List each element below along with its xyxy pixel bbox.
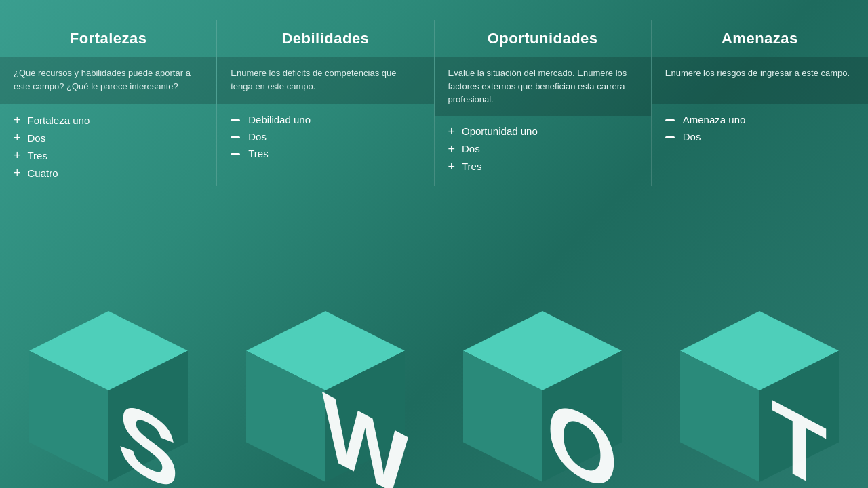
swot-cube-wrapper-oportunidades: O: [434, 305, 651, 488]
plus-icon: +: [448, 125, 456, 138]
list-item-label: Dos: [462, 143, 480, 155]
swot-visual: SWOT: [0, 278, 868, 488]
col-header-fortalezas: Fortalezas: [0, 20, 216, 57]
swot-cube-wrapper-amenazas: T: [651, 305, 868, 488]
list-item-label: Tres: [462, 161, 481, 172]
plus-icon: +: [14, 149, 21, 161]
col-header-debilidades: Debilidades: [217, 20, 433, 57]
minus-icon: [231, 136, 240, 138]
plus-icon: +: [448, 143, 456, 155]
list-item: +Dos: [14, 131, 203, 144]
col-items-amenazas: Amenaza unoDos: [652, 104, 868, 149]
list-item-label: Oportunidad uno: [462, 125, 538, 137]
col-header-oportunidades: Oportunidades: [435, 20, 651, 57]
minus-icon: [665, 136, 675, 138]
page-wrapper: Fortalezas¿Qué recursos y habilidades pu…: [0, 0, 868, 488]
col-desc-fortalezas: ¿Qué recursos y habilidades puede aporta…: [0, 57, 216, 104]
column-oportunidades: OportunidadesEvalúe la situación del mer…: [435, 20, 652, 186]
list-item: +Fortaleza uno: [14, 114, 203, 126]
swot-cube-debilidades: W: [227, 305, 424, 488]
list-item-label: Dos: [28, 132, 46, 144]
list-item-label: Tres: [248, 148, 268, 159]
list-item: Debilidad uno: [231, 114, 420, 125]
col-items-oportunidades: +Oportunidad uno+Dos+Tres: [435, 116, 651, 180]
col-desc-debilidades: Enumere los déficits de competencias que…: [217, 57, 433, 104]
list-item-label: Cuatro: [28, 167, 58, 179]
list-item: +Dos: [448, 143, 637, 155]
col-title-debilidades: Debilidades: [231, 30, 420, 47]
swot-cube-fortalezas: S: [10, 305, 207, 488]
col-items-debilidades: Debilidad unoDosTres: [217, 104, 433, 166]
plus-icon: +: [14, 131, 21, 144]
col-desc-oportunidades: Evalúe la situación del mercado. Enumere…: [435, 57, 651, 116]
list-item: +Tres: [14, 149, 203, 161]
col-desc-text-amenazas: Enumere los riesgos de ingresar a este c…: [665, 66, 854, 80]
plus-icon: +: [14, 167, 21, 179]
col-desc-text-debilidades: Enumere los déficits de competencias que…: [231, 66, 420, 93]
list-item-label: Amenaza uno: [683, 114, 746, 125]
list-item-label: Fortaleza uno: [28, 115, 90, 126]
list-item: +Tres: [448, 161, 637, 173]
list-item: Dos: [665, 131, 854, 142]
list-item-label: Debilidad uno: [248, 114, 311, 125]
plus-icon: +: [448, 161, 456, 173]
col-items-fortalezas: +Fortaleza uno+Dos+Tres+Cuatro: [0, 104, 216, 186]
swot-cube-wrapper-fortalezas: S: [0, 305, 217, 488]
swot-cube-oportunidades: O: [444, 305, 641, 488]
header: [0, 0, 868, 20]
list-item: Dos: [231, 131, 420, 142]
top-section: Fortalezas¿Qué recursos y habilidades pu…: [0, 20, 868, 186]
col-title-oportunidades: Oportunidades: [448, 30, 637, 47]
swot-cube-amenazas: T: [661, 305, 858, 488]
column-fortalezas: Fortalezas¿Qué recursos y habilidades pu…: [0, 20, 217, 186]
minus-icon: [231, 153, 240, 155]
col-desc-amenazas: Enumere los riesgos de ingresar a este c…: [652, 57, 868, 104]
list-item-label: Dos: [248, 131, 267, 142]
swot-cube-wrapper-debilidades: W: [217, 305, 434, 488]
col-desc-text-oportunidades: Evalúe la situación del mercado. Enumere…: [448, 66, 637, 106]
column-amenazas: AmenazasEnumere los riesgos de ingresar …: [652, 20, 868, 186]
col-header-amenazas: Amenazas: [652, 20, 868, 57]
plus-icon: +: [14, 114, 21, 126]
list-item: Amenaza uno: [665, 114, 854, 125]
col-title-amenazas: Amenazas: [665, 30, 854, 47]
list-item: +Cuatro: [14, 167, 203, 179]
minus-icon: [231, 119, 240, 121]
list-item-label: Dos: [683, 131, 701, 142]
col-desc-text-fortalezas: ¿Qué recursos y habilidades puede aporta…: [14, 66, 203, 93]
col-title-fortalezas: Fortalezas: [14, 30, 203, 47]
column-debilidades: DebilidadesEnumere los déficits de compe…: [217, 20, 434, 186]
list-item: Tres: [231, 148, 420, 159]
list-item: +Oportunidad uno: [448, 125, 637, 138]
minus-icon: [665, 119, 675, 121]
list-item-label: Tres: [28, 150, 47, 161]
